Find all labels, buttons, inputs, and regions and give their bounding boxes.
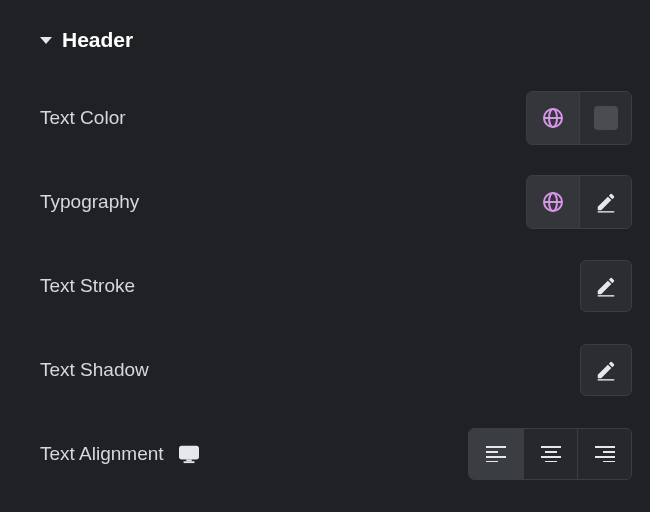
- row-text-alignment: Text Alignment: [40, 426, 632, 482]
- svg-rect-17: [541, 446, 561, 448]
- controls-text-alignment: [468, 428, 632, 480]
- row-label-text-stroke: Text Stroke: [40, 275, 135, 297]
- row-typography: Typography: [40, 174, 632, 230]
- svg-rect-18: [545, 451, 557, 453]
- row-label-text-alignment: Text Alignment: [40, 443, 200, 465]
- row-label-text-shadow: Text Shadow: [40, 359, 149, 381]
- svg-rect-19: [541, 456, 561, 458]
- align-center-icon: [541, 446, 561, 462]
- row-label-text-alignment-text: Text Alignment: [40, 443, 164, 465]
- global-toggle-text-color[interactable]: [527, 92, 579, 144]
- color-swatch: [594, 106, 618, 130]
- control-group-text-color: [526, 91, 632, 145]
- desktop-icon: [178, 444, 200, 464]
- svg-rect-16: [486, 461, 498, 462]
- svg-rect-12: [183, 461, 194, 463]
- align-left-button[interactable]: [469, 429, 523, 479]
- pencil-icon: [595, 275, 617, 297]
- edit-text-stroke-button[interactable]: [580, 260, 632, 312]
- color-swatch-button[interactable]: [579, 92, 631, 144]
- svg-rect-8: [598, 379, 615, 380]
- align-right-button[interactable]: [577, 429, 631, 479]
- row-text-stroke: Text Stroke: [40, 258, 632, 314]
- pencil-icon: [595, 191, 617, 213]
- svg-rect-24: [603, 461, 615, 462]
- align-left-icon: [486, 446, 506, 462]
- collapse-triangle-icon: [40, 37, 52, 44]
- globe-icon: [541, 106, 565, 130]
- svg-rect-10: [179, 447, 197, 459]
- global-toggle-typography[interactable]: [527, 176, 579, 228]
- controls-typography: [526, 175, 632, 229]
- row-label-typography: Typography: [40, 191, 139, 213]
- svg-rect-22: [603, 451, 615, 453]
- align-right-icon: [595, 446, 615, 462]
- edit-typography-button[interactable]: [579, 176, 631, 228]
- svg-rect-11: [186, 459, 191, 461]
- controls-text-shadow: [580, 344, 632, 396]
- align-group: [468, 428, 632, 480]
- svg-rect-23: [595, 456, 615, 458]
- row-label-text-color: Text Color: [40, 107, 126, 129]
- svg-rect-15: [486, 456, 506, 458]
- svg-rect-6: [597, 211, 614, 212]
- svg-rect-13: [486, 446, 506, 448]
- pencil-icon: [595, 359, 617, 381]
- controls-text-color: [526, 91, 632, 145]
- svg-rect-7: [598, 295, 615, 296]
- row-text-color: Text Color: [40, 90, 632, 146]
- section-header[interactable]: Header: [40, 28, 632, 52]
- globe-icon: [541, 190, 565, 214]
- controls-text-stroke: [580, 260, 632, 312]
- svg-rect-20: [545, 461, 557, 462]
- control-group-typography: [526, 175, 632, 229]
- edit-text-shadow-button[interactable]: [580, 344, 632, 396]
- align-center-button[interactable]: [523, 429, 577, 479]
- svg-rect-21: [595, 446, 615, 448]
- row-text-shadow: Text Shadow: [40, 342, 632, 398]
- svg-rect-14: [486, 451, 498, 453]
- section-title: Header: [62, 28, 133, 52]
